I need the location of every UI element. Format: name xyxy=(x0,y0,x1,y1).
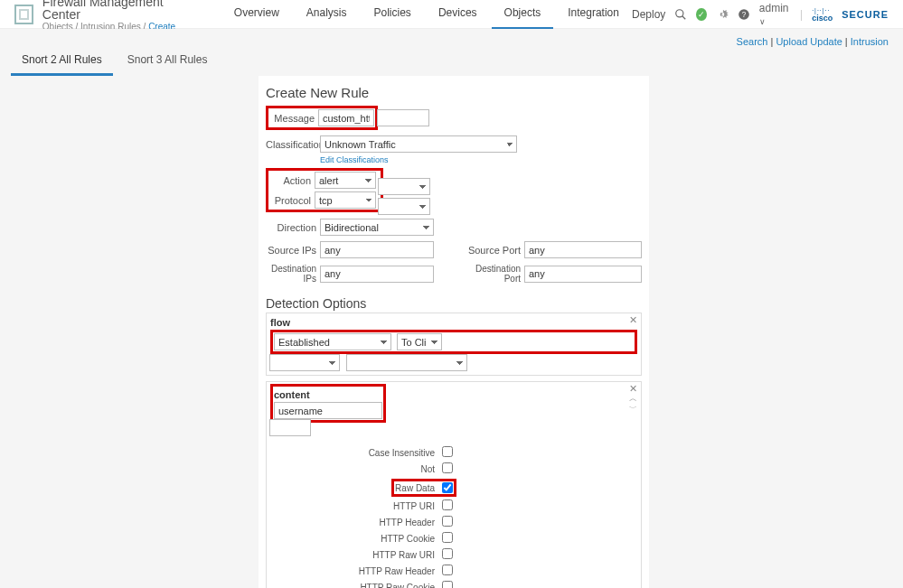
opt-label-1: Not xyxy=(420,464,435,474)
label-source-port: Source Port xyxy=(457,245,521,256)
link-upload[interactable]: Upload Update xyxy=(776,36,842,47)
app-header: Firewall Management Center Objects / Int… xyxy=(0,0,903,29)
label-direction: Direction xyxy=(266,222,316,233)
label-dest-port: Destination Port xyxy=(457,264,521,284)
select-protocol[interactable]: tcp xyxy=(315,191,376,209)
input-content-ext[interactable] xyxy=(269,419,311,436)
tab-integration[interactable]: Integration xyxy=(555,0,632,30)
opt-cb-4[interactable] xyxy=(442,516,453,527)
label-classification: Classification xyxy=(266,139,316,150)
card-title: Create New Rule xyxy=(266,85,642,100)
svg-line-1 xyxy=(682,15,686,19)
svg-point-0 xyxy=(676,9,683,16)
select-flow-dir[interactable]: To Client xyxy=(397,333,442,350)
opt-cb-2[interactable] xyxy=(442,482,453,493)
opt-label-4: HTTP Header xyxy=(379,518,435,527)
select-protocol-ext[interactable] xyxy=(378,198,430,215)
detection-title: Detection Options xyxy=(266,296,642,311)
select-action[interactable]: alert xyxy=(315,172,376,189)
status-ok-icon[interactable]: ✓ xyxy=(696,8,706,21)
opt-label-5: HTTP Cookie xyxy=(381,534,435,544)
deploy-link[interactable]: Deploy xyxy=(632,8,665,21)
main-area: Create New Rule Message Classification U… xyxy=(0,76,903,588)
select-direction[interactable]: Bidirectional xyxy=(320,219,434,236)
tab-policies[interactable]: Policies xyxy=(362,0,424,30)
content-box: ✕ ︿ ﹀ content Case InsensitiveNotRaw Dat… xyxy=(266,381,642,588)
select-flow-state[interactable]: Established xyxy=(274,333,391,350)
link-edit-classifications[interactable]: Edit Classifications xyxy=(320,155,642,164)
opt-label-8: HTTP Raw Cookie xyxy=(360,583,435,588)
opt-label-2: Raw Data xyxy=(395,483,435,493)
flow-box: flow ✕ Established To Client xyxy=(266,313,642,376)
opt-label-6: HTTP Raw URI xyxy=(372,550,435,560)
select-flow-dir-ext[interactable] xyxy=(269,354,340,371)
input-dest-ips[interactable] xyxy=(320,266,434,283)
app-title: Firewall Management Center xyxy=(42,0,194,21)
tab-analysis[interactable]: Analysis xyxy=(294,0,360,30)
flow-title: flow xyxy=(270,315,637,330)
gear-icon[interactable] xyxy=(716,8,729,21)
subtab-0[interactable]: Snort 2 All Rules xyxy=(11,46,113,76)
link-intrusion[interactable]: Intrusion xyxy=(851,36,889,47)
content-options: Case InsensitiveNotRaw DataHTTP URIHTTP … xyxy=(270,446,637,588)
input-message[interactable] xyxy=(318,109,374,126)
opt-cb-3[interactable] xyxy=(442,499,453,510)
opt-cb-6[interactable] xyxy=(442,548,453,559)
opt-cb-0[interactable] xyxy=(442,446,453,457)
opt-cb-7[interactable] xyxy=(442,565,453,575)
brand-cisco: cisco xyxy=(812,14,832,23)
label-source-ips: Source IPs xyxy=(266,245,316,256)
opt-label-7: HTTP Raw Header xyxy=(359,566,435,576)
svg-text:?: ? xyxy=(742,10,747,18)
opt-cb-1[interactable] xyxy=(442,462,453,473)
label-dest-ips: Destination IPs xyxy=(266,264,316,284)
help-icon[interactable]: ? xyxy=(738,8,750,21)
input-content-value[interactable] xyxy=(274,402,382,419)
top-tabs: OverviewAnalysisPoliciesDevicesObjectsIn… xyxy=(221,0,632,30)
opt-cb-5[interactable] xyxy=(442,532,453,543)
admin-menu[interactable]: admin ∨ xyxy=(759,2,791,27)
content-title: content xyxy=(274,387,382,402)
secondary-bar: Search | Upload Update | Intrusion Snort… xyxy=(0,29,903,76)
select-flow-extra[interactable] xyxy=(346,354,467,371)
flow-remove-icon[interactable]: ✕ xyxy=(629,315,637,324)
subtabs: Snort 2 All RulesSnort 3 All Rules xyxy=(11,46,218,76)
label-action: Action xyxy=(269,175,311,186)
select-action-ext[interactable] xyxy=(378,178,430,195)
label-protocol: Protocol xyxy=(269,195,311,206)
content-remove-icon[interactable]: ✕ xyxy=(629,384,637,393)
label-message: Message xyxy=(269,113,315,124)
tab-devices[interactable]: Devices xyxy=(426,0,490,30)
select-classification[interactable]: Unknown Traffic xyxy=(320,135,517,153)
opt-label-0: Case Insensitive xyxy=(369,448,435,458)
logo-icon xyxy=(14,5,33,24)
tab-overview[interactable]: Overview xyxy=(221,0,292,30)
opt-label-3: HTTP URI xyxy=(393,501,435,511)
input-source-ips[interactable] xyxy=(320,241,434,258)
content-down-icon[interactable]: ﹀ xyxy=(629,404,637,413)
bar2-links: Search | Upload Update | Intrusion xyxy=(737,36,889,47)
subtab-1[interactable]: Snort 3 All Rules xyxy=(117,46,219,76)
rule-card: Create New Rule Message Classification U… xyxy=(259,76,649,588)
brand-secure: SECURE xyxy=(842,9,889,20)
input-source-port[interactable] xyxy=(524,241,642,258)
header-right: Deploy ✓ ? admin ∨ | ·|··|·· cisco SECUR… xyxy=(632,2,889,27)
input-dest-port[interactable] xyxy=(524,266,642,283)
input-message-ext[interactable] xyxy=(377,109,429,126)
search-icon[interactable] xyxy=(674,8,687,21)
tab-objects[interactable]: Objects xyxy=(492,0,554,30)
opt-cb-8[interactable] xyxy=(442,581,453,588)
link-search[interactable]: Search xyxy=(737,36,768,47)
content-up-icon[interactable]: ︿ xyxy=(629,394,637,403)
